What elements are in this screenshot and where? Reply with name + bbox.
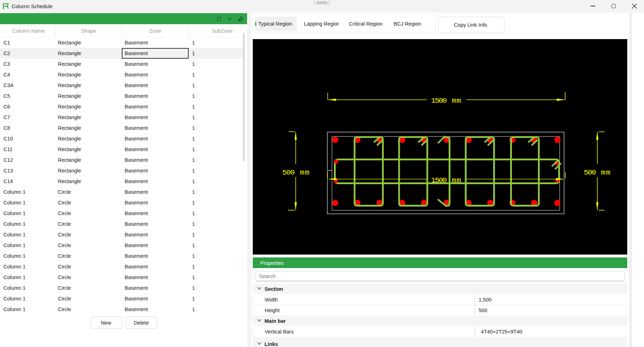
svg-text:1500: 1500 <box>431 97 447 105</box>
svg-text:mm: mm <box>601 169 611 177</box>
svg-text:mm: mm <box>300 169 310 177</box>
svg-text:500: 500 <box>282 169 295 177</box>
svg-text:mm: mm <box>452 97 461 105</box>
svg-text:500: 500 <box>584 169 596 177</box>
svg-text:mm: mm <box>452 176 461 185</box>
svg-text:1500: 1500 <box>431 176 447 185</box>
